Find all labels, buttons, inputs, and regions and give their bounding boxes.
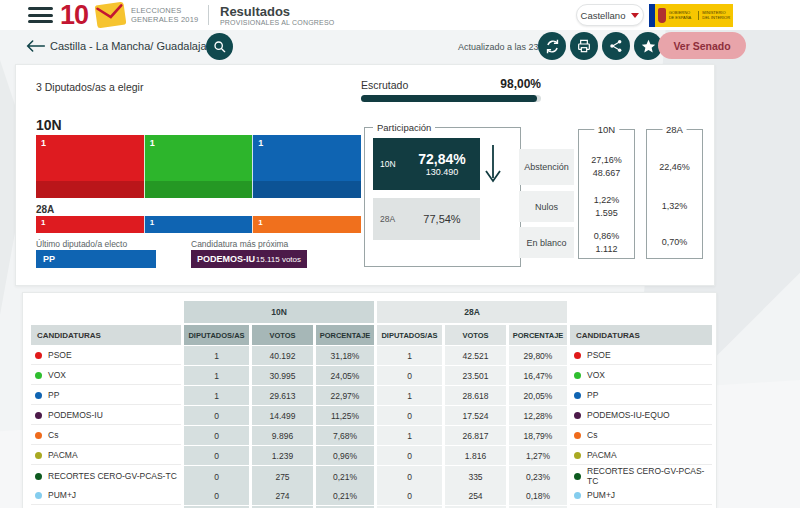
seats-to-elect: 3 Diputados/as a elegir	[36, 81, 143, 93]
scrutiny-percentage: 98,00%	[461, 77, 541, 91]
participation-10n-count: 130.490	[404, 167, 480, 177]
group-header-10n: 10N	[184, 301, 374, 323]
party-color-dot	[574, 352, 581, 359]
share-icon	[608, 38, 624, 54]
party-color-dot	[574, 412, 581, 419]
stat-label-nulos: Nulos	[519, 191, 574, 222]
back-arrow-icon[interactable]	[26, 38, 46, 54]
refresh-icon	[544, 38, 561, 55]
party-color-dot	[35, 412, 42, 419]
seatbar-28a-label: 28A	[36, 204, 54, 215]
party-color-dot	[35, 492, 42, 499]
seat-segment-cs: 1	[252, 216, 361, 233]
party-color-dot	[35, 432, 42, 439]
seat-segment-pp: 1	[144, 216, 253, 233]
results-table: 10N 28A CANDIDATURAS DIPUTADOS/AS VOTOS …	[31, 301, 712, 508]
seatbar-10n-label: 10N	[36, 117, 62, 133]
stat-abstencion-10n: 27,16%48.667	[578, 149, 635, 185]
table-group-header-row: 10N 28A	[31, 301, 712, 323]
header-diputados-10n: DIPUTADOS/AS	[184, 325, 249, 345]
print-button[interactable]	[570, 32, 598, 60]
party-color-dot	[35, 392, 42, 399]
envelope-icon	[94, 2, 127, 28]
table-row-recortes: RECORTES CERO-GV-PCAS-TC 0 275 0,21% 0 3…	[31, 466, 712, 485]
table-row-pacma: PACMA 0 1.239 0,96% 0 1.816 1,27% PACMA	[31, 446, 712, 465]
header-votos-10n: VOTOS	[252, 325, 313, 345]
table-row-podemos: PODEMOS-IU 0 14.499 11,25% 0 17.524 12,2…	[31, 406, 712, 425]
scrutiny-progress-track	[361, 95, 541, 102]
participation-title: Participación	[373, 122, 435, 133]
group-header-28a: 28A	[377, 301, 567, 323]
logo-subtitle: ELECCIONES GENERALES 2019	[131, 6, 198, 24]
party-color-dot	[35, 452, 42, 459]
table-row-psoe: PSOE 1 40.192 31,18% 1 42.521 29,80% PSO…	[31, 346, 712, 365]
star-icon	[640, 38, 657, 55]
share-button[interactable]	[602, 32, 630, 60]
seat-segment-psoe: 1	[36, 216, 144, 233]
participation-10n-pct: 72,84%	[404, 151, 480, 167]
header-porcentaje-28a: PORCENTAJE	[509, 325, 567, 345]
table-row-pumj: PUM+J 0 274 0,21% 0 254 0,18% PUM+J	[31, 486, 712, 505]
stat-en-blanco-10n: 0,86%1.112	[578, 227, 635, 258]
divider	[208, 5, 209, 25]
header-diputados-28a: DIPUTADOS/AS	[377, 325, 442, 345]
header-candidaturas-left: CANDIDATURAS	[31, 325, 181, 345]
page-subtitle: PROVISIONALES AL CONGRESO	[220, 19, 334, 26]
menu-icon[interactable]	[28, 7, 53, 23]
stat-nulos-28a: 1,32%	[646, 191, 703, 222]
participation-28a: 28A 77,54%	[373, 198, 480, 240]
party-color-dot	[574, 473, 581, 480]
header-votos-28a: VOTOS	[445, 325, 506, 345]
language-selector[interactable]: Castellano	[576, 4, 644, 26]
logo-10n: 10	[60, 0, 88, 31]
participation-box: Participación 10N 72,84% 130.490 28A 77,…	[364, 127, 521, 267]
seat-segment-psoe: 1	[36, 135, 144, 198]
participation-28a-pct: 77,54%	[404, 213, 480, 225]
search-button[interactable]	[206, 33, 233, 60]
stat-en-blanco-28a: 0,70%	[646, 227, 703, 258]
header-porcentaje-10n: PORCENTAJE	[316, 325, 374, 345]
arrow-down-icon	[483, 142, 503, 190]
party-color-dot	[35, 473, 42, 480]
party-color-dot	[574, 372, 581, 379]
scrutiny-label: Escrutado	[361, 79, 408, 91]
closest-candidature-bar: PODEMOS-IU 15.115 votos	[191, 250, 307, 268]
last-elected-label: Último diputado/a electo	[36, 239, 127, 249]
app-header: 10 ELECCIONES GENERALES 2019 Resultados …	[0, 0, 800, 30]
party-color-dot	[574, 452, 581, 459]
seatbar-10n: 1 1 1	[36, 135, 361, 198]
ver-senado-button[interactable]: Ver Senado	[658, 32, 746, 59]
results-panel: 10N 28A CANDIDATURAS DIPUTADOS/AS VOTOS …	[22, 292, 717, 508]
coat-of-arms-icon	[658, 8, 666, 23]
spain-flag: GOBIERNO DE ESPAÑA MINISTERIO DEL INTERI…	[655, 4, 733, 27]
participation-10n: 10N 72,84% 130.490	[373, 138, 480, 190]
breadcrumb: Castilla - La Mancha/ Guadalajara	[50, 40, 216, 52]
seatbar-28a: 1 1 1	[36, 216, 361, 233]
last-elected-bar: PP	[36, 250, 156, 268]
closest-candidature-label: Candidatura más próxima	[191, 239, 288, 249]
table-row-vox: VOX 1 30.995 24,05% 0 23.501 16,47% VOX	[31, 366, 712, 385]
table-row-cs: Cs 0 9.896 7,68% 1 26.817 18,79% Cs	[31, 426, 712, 445]
seat-segment-pp: 1	[252, 135, 361, 198]
stat-abstencion-28a: 22,46%	[646, 149, 703, 185]
page-title: Resultados	[220, 4, 290, 19]
party-color-dot	[35, 352, 42, 359]
party-color-dot	[574, 432, 581, 439]
party-color-dot	[574, 392, 581, 399]
search-icon	[212, 39, 228, 55]
government-logo: GOBIERNO DE ESPAÑA MINISTERIO DEL INTERI…	[649, 4, 733, 27]
stat-nulos-10n: 1,22%1.595	[578, 191, 635, 222]
stat-label-en-blanco: En blanco	[519, 227, 574, 258]
table-header-row: CANDIDATURAS DIPUTADOS/AS VOTOS PORCENTA…	[31, 325, 712, 345]
printer-icon	[576, 38, 592, 54]
party-color-dot	[574, 492, 581, 499]
header-candidaturas-right: CANDIDATURAS	[570, 325, 712, 345]
scrutiny-progress-fill	[361, 95, 537, 102]
language-label: Castellano	[581, 10, 626, 21]
stat-label-abstencion: Abstención	[519, 149, 574, 185]
refresh-button[interactable]	[538, 32, 566, 60]
seat-segment-vox: 1	[144, 135, 253, 198]
toolbar: Castilla - La Mancha/ Guadalajara Actual…	[0, 30, 800, 62]
table-row-pp: PP 1 29.613 22,97% 1 28.618 20,05% PP	[31, 386, 712, 405]
summary-panel: 3 Diputados/as a elegir Escrutado 98,00%…	[15, 64, 715, 286]
